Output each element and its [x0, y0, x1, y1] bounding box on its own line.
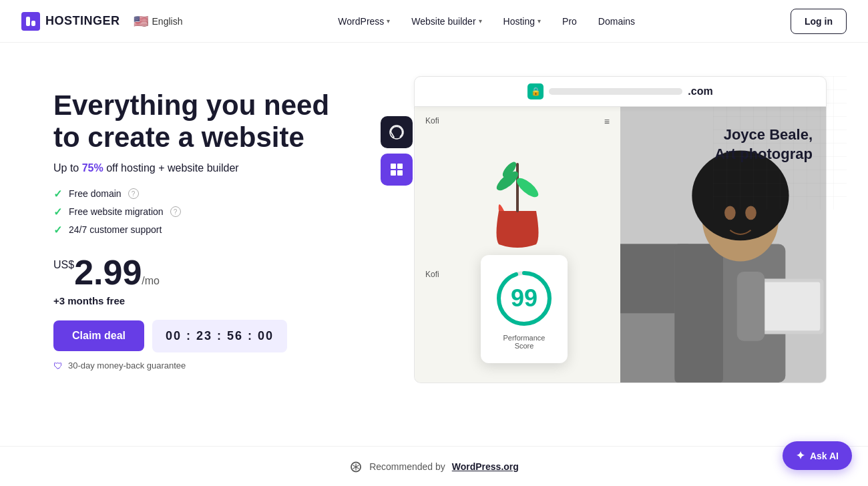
svg-rect-4: [397, 164, 403, 169]
check-icon: ✓: [53, 206, 62, 218]
list-item: ✓ Free domain ?: [53, 188, 334, 200]
site-name-top: Kofi: [425, 116, 610, 126]
countdown-timer: 00 : 23 : 56 : 00: [152, 320, 287, 352]
svg-rect-23: [737, 272, 765, 341]
chevron-down-icon: ▾: [537, 17, 541, 25]
hero-subtitle: Up to 75% off hosting + website builder: [53, 162, 334, 174]
navbar-right: Log in: [791, 9, 847, 34]
wordpress-icon[interactable]: [381, 116, 413, 148]
wordpress-bottom-icon: ⊛: [349, 457, 363, 476]
sidebar-icons: [381, 116, 413, 186]
hero-content: Everything you need to create a website …: [53, 69, 334, 371]
performance-label: PerformanceScore: [494, 334, 554, 350]
svg-rect-1: [31, 21, 35, 26]
nav-wordpress[interactable]: WordPress ▾: [330, 11, 398, 32]
logo[interactable]: HOSTINGER: [21, 12, 120, 31]
check-icon: ✓: [53, 188, 62, 200]
performance-card: 99 PerformanceScore: [481, 255, 568, 363]
list-item: ✓ Free website migration ?: [53, 206, 334, 218]
browser-bar: 🔒 .com: [414, 76, 827, 107]
sparkle-icon: ✦: [796, 449, 805, 462]
cta-row: Claim deal 00 : 23 : 56 : 00: [53, 320, 334, 352]
wordpress-org-link[interactable]: WordPress.org: [452, 461, 519, 472]
bottom-bar: ⊛ Recommended by WordPress.org: [0, 446, 868, 486]
flag-icon: 🇺🇸: [134, 14, 148, 29]
photo-overlay-text: Joyce Beale, Art photograp: [714, 126, 813, 164]
price-per: /mo: [142, 275, 160, 286]
navbar: HOSTINGER 🇺🇸 English WordPress ▾ Website…: [0, 0, 868, 43]
navbar-nav: WordPress ▾ Website builder ▾ Hosting ▾ …: [330, 11, 643, 32]
svg-rect-3: [391, 164, 396, 169]
help-icon[interactable]: ?: [128, 188, 139, 199]
svg-point-18: [692, 150, 789, 240]
svg-rect-6: [397, 170, 403, 176]
features-list: ✓ Free domain ? ✓ Free website migration…: [53, 188, 334, 236]
hamburger-icon: ≡: [604, 116, 610, 127]
price-main: 2.99: [74, 253, 142, 292]
brand-name: HOSTINGER: [45, 14, 120, 28]
ssl-badge: 🔒: [527, 83, 544, 99]
guarantee-text: 🛡 30-day money-back guarantee: [53, 360, 334, 371]
builder-icon[interactable]: [381, 154, 413, 186]
url-bar: [549, 88, 682, 95]
performance-score: 99: [511, 284, 537, 312]
ask-ai-button[interactable]: ✦ Ask AI: [783, 441, 852, 470]
chevron-down-icon: ▾: [479, 17, 482, 25]
logo-icon: [21, 12, 40, 31]
claim-deal-button[interactable]: Claim deal: [53, 320, 144, 351]
svg-point-19: [724, 206, 736, 220]
help-icon[interactable]: ?: [170, 206, 181, 217]
language-selector[interactable]: 🇺🇸 English: [134, 14, 183, 29]
price-currency: US$: [53, 259, 74, 271]
svg-rect-5: [391, 170, 396, 176]
hero-section: Everything you need to create a website …: [0, 43, 868, 446]
svg-rect-16: [674, 244, 723, 383]
nav-pro[interactable]: Pro: [554, 11, 585, 32]
svg-point-2: [390, 126, 403, 139]
price-display: US$2.99/mo: [53, 255, 334, 290]
nav-hosting[interactable]: Hosting ▾: [495, 11, 549, 32]
performance-circle: 99: [494, 268, 554, 328]
bonus-text: +3 months free: [53, 295, 334, 306]
navbar-left: HOSTINGER 🇺🇸 English: [21, 12, 182, 31]
language-label: English: [152, 16, 183, 27]
check-icon: ✓: [53, 224, 62, 236]
shield-icon: 🛡: [53, 360, 63, 371]
photo-panel: Joyce Beale, Art photograp: [620, 105, 826, 383]
domain-suffix: .com: [688, 85, 712, 97]
visual-panels: Kofi ≡: [414, 105, 827, 383]
list-item: ✓ 24/7 customer support: [53, 224, 334, 236]
svg-point-20: [745, 206, 756, 220]
login-button[interactable]: Log in: [791, 9, 847, 34]
svg-rect-0: [26, 17, 30, 26]
chevron-down-icon: ▾: [387, 17, 390, 25]
hero-visual: 🔒 .com Kofi ≡: [361, 76, 847, 397]
hero-title: Everything you need to create a website: [53, 89, 334, 154]
nav-website-builder[interactable]: Website builder ▾: [403, 11, 489, 32]
nav-domains[interactable]: Domains: [590, 11, 643, 32]
